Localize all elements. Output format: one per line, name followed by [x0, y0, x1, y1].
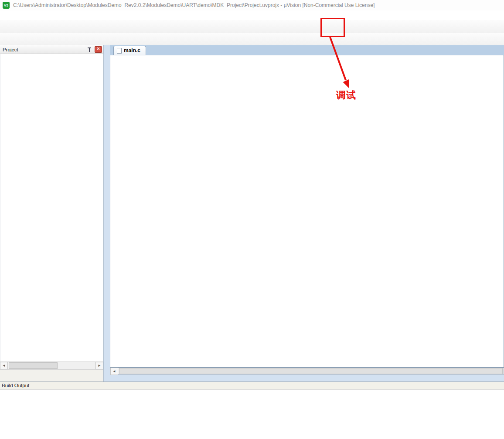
scroll-thumb[interactable] — [9, 362, 58, 369]
scroll-thumb[interactable] — [119, 368, 503, 374]
editor-tab-bar: main.c — [110, 45, 504, 55]
scroll-left-icon[interactable]: ◄ — [0, 362, 8, 369]
annotation-label: 调试 — [336, 89, 356, 102]
build-output-log — [0, 390, 504, 391]
editor-tab-label: main.c — [124, 47, 140, 54]
panel-tab-bar — [0, 369, 103, 382]
editor-hscrollbar[interactable]: ◄ — [110, 368, 504, 375]
title-bar: V5 C:\Users\Administrator\Desktop\Module… — [0, 0, 504, 11]
file-toolbar — [0, 20, 504, 34]
scroll-right-icon[interactable]: ► — [95, 362, 103, 369]
pin-icon[interactable] — [87, 47, 92, 52]
build-output-panel: Build Output — [0, 382, 504, 439]
code-editor[interactable] — [110, 55, 504, 368]
window-title: C:\Users\Administrator\Desktop\ModulesDe… — [13, 2, 375, 8]
scroll-left-icon[interactable]: ◄ — [110, 368, 118, 375]
project-panel-header: Project ✕ — [0, 45, 103, 54]
project-panel: Project ✕ ◄ ► — [0, 45, 104, 382]
build-output-title: Build Output — [0, 382, 504, 390]
editor-area: main.c ◄ — [110, 45, 504, 382]
vertical-splitter[interactable] — [104, 45, 110, 382]
annotation-arrow — [325, 36, 355, 91]
build-toolbar — [0, 33, 504, 46]
project-panel-title: Project — [3, 47, 18, 52]
uvision-logo-icon: V5 — [3, 2, 10, 9]
annotation-highlight-rect — [320, 18, 345, 37]
close-icon[interactable]: ✕ — [95, 46, 102, 53]
tab-main-c[interactable]: main.c — [113, 46, 146, 55]
project-tree-hscrollbar[interactable]: ◄ ► — [0, 361, 103, 369]
project-tree — [0, 54, 103, 361]
menu-bar — [0, 10, 504, 20]
document-icon — [117, 48, 122, 54]
